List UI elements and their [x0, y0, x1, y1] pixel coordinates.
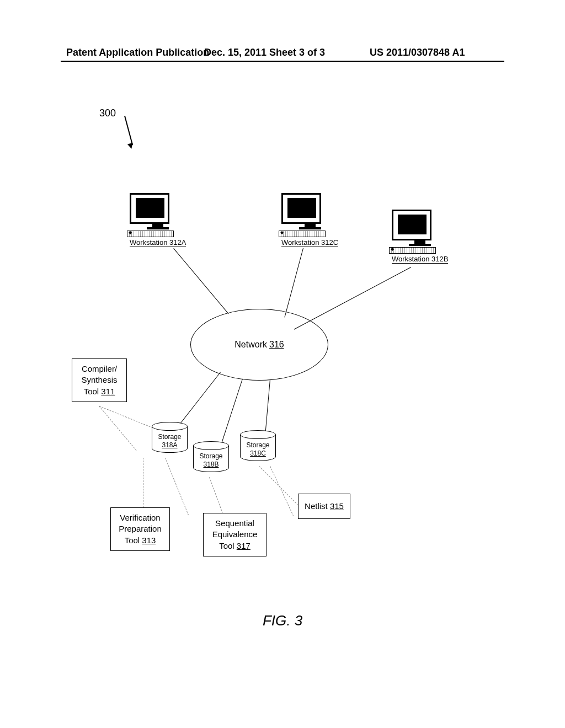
workstation-b-label: Workstation 312B: [392, 255, 448, 264]
monitor-icon: [281, 193, 321, 224]
cylinder-icon: [193, 441, 229, 450]
reference-arrow-head: [127, 143, 134, 149]
connector-line: [294, 267, 411, 330]
workstation-c-label: Workstation 312C: [281, 238, 338, 247]
header-center: Dec. 15, 2011 Sheet 3 of 3: [204, 47, 325, 58]
figure-label: FIG. 3: [0, 612, 565, 629]
connector-line: [173, 248, 228, 314]
keyboard-icon: [127, 231, 174, 237]
workstation-c: Workstation 312C: [281, 193, 338, 247]
cylinder-icon: [240, 430, 276, 439]
connector-dashed: [270, 466, 294, 516]
storage-a: Storage 318A: [152, 422, 188, 453]
connector-line: [284, 248, 303, 318]
connector-dashed: [99, 406, 156, 429]
header-right: US 2011/0307848 A1: [370, 47, 465, 58]
keyboard-icon: [279, 231, 326, 237]
netlist-box: Netlist 315: [298, 494, 350, 519]
keyboard-icon: [389, 247, 436, 254]
reference-number: 300: [99, 108, 116, 119]
connector-line: [265, 379, 270, 435]
cylinder-icon: [152, 422, 188, 431]
workstation-b: Workstation 312B: [392, 210, 448, 264]
workstation-a-label: Workstation 312A: [130, 238, 186, 247]
compiler-box: Compiler/ Synthesis Tool 311: [72, 358, 127, 402]
monitor-icon: [392, 210, 431, 240]
storage-b: Storage 318B: [193, 441, 229, 472]
network-node: Network 316: [190, 309, 328, 381]
connector-dashed: [99, 406, 136, 451]
storage-c: Storage 318C: [240, 430, 276, 461]
connector-dashed: [259, 466, 304, 511]
diagram-area: 300 Workstation 312A Workstation 312C: [0, 99, 565, 651]
monitor-icon: [130, 193, 169, 224]
connector-dashed: [143, 458, 143, 507]
workstation-a: Workstation 312A: [130, 193, 186, 247]
verification-box: Verification Preparation Tool 313: [110, 507, 170, 551]
connector-dashed: [165, 458, 189, 515]
sequential-box: Sequential Equivalence Tool 317: [203, 513, 266, 556]
reference-arrow-line: [124, 116, 133, 146]
header-left: Patent Application Publication: [66, 47, 209, 58]
header-rule: [61, 61, 504, 62]
